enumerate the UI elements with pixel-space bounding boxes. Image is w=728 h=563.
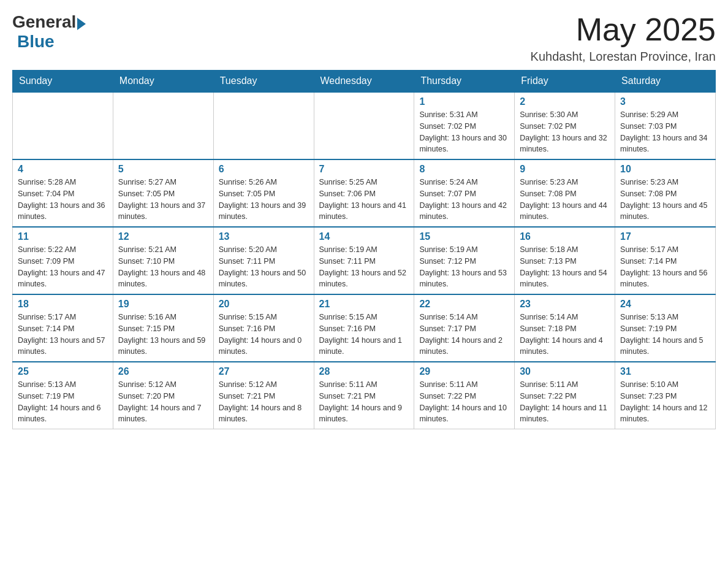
calendar-day-cell: 30Sunrise: 5:11 AM Sunset: 7:22 PM Dayli… [515,362,615,429]
calendar-day-cell [314,92,414,159]
day-number: 29 [419,366,509,377]
calendar-week-row: 11Sunrise: 5:22 AM Sunset: 7:09 PM Dayli… [13,227,716,294]
day-info: Sunrise: 5:19 AM Sunset: 7:11 PM Dayligh… [319,244,409,290]
day-number: 24 [620,299,710,310]
day-info: Sunrise: 5:14 AM Sunset: 7:17 PM Dayligh… [419,312,509,358]
calendar-day-cell: 4Sunrise: 5:28 AM Sunset: 7:04 PM Daylig… [13,159,113,227]
day-info: Sunrise: 5:11 AM Sunset: 7:22 PM Dayligh… [419,379,509,425]
calendar-day-header: Thursday [414,71,515,93]
calendar-day-cell: 18Sunrise: 5:17 AM Sunset: 7:14 PM Dayli… [13,294,113,362]
calendar-day-cell: 29Sunrise: 5:11 AM Sunset: 7:22 PM Dayli… [414,362,515,429]
calendar-week-row: 4Sunrise: 5:28 AM Sunset: 7:04 PM Daylig… [13,159,716,227]
calendar-day-header: Tuesday [213,71,314,93]
calendar-day-cell [213,92,314,159]
day-number: 27 [219,366,309,377]
calendar-day-cell: 22Sunrise: 5:14 AM Sunset: 7:17 PM Dayli… [414,294,515,362]
calendar-week-row: 18Sunrise: 5:17 AM Sunset: 7:14 PM Dayli… [13,294,716,362]
calendar-day-header: Sunday [13,71,113,93]
day-number: 26 [118,366,208,377]
day-info: Sunrise: 5:29 AM Sunset: 7:03 PM Dayligh… [620,109,710,155]
day-info: Sunrise: 5:16 AM Sunset: 7:15 PM Dayligh… [118,312,208,358]
day-number: 10 [620,164,710,175]
day-number: 2 [520,96,610,107]
day-number: 4 [18,164,108,175]
day-number: 5 [118,164,208,175]
day-number: 14 [319,231,409,242]
location-subtitle: Kuhdasht, Lorestan Province, Iran [531,50,716,64]
day-info: Sunrise: 5:23 AM Sunset: 7:08 PM Dayligh… [620,177,710,223]
day-number: 23 [520,299,610,310]
day-info: Sunrise: 5:26 AM Sunset: 7:05 PM Dayligh… [219,177,309,223]
day-number: 12 [118,231,208,242]
calendar-day-cell: 10Sunrise: 5:23 AM Sunset: 7:08 PM Dayli… [615,159,716,227]
calendar-week-row: 25Sunrise: 5:13 AM Sunset: 7:19 PM Dayli… [13,362,716,429]
calendar-day-cell: 1Sunrise: 5:31 AM Sunset: 7:02 PM Daylig… [414,92,515,159]
calendar-day-header: Monday [113,71,213,93]
day-info: Sunrise: 5:11 AM Sunset: 7:22 PM Dayligh… [520,379,610,425]
calendar-day-header: Wednesday [314,71,414,93]
day-number: 15 [419,231,509,242]
calendar-day-cell: 12Sunrise: 5:21 AM Sunset: 7:10 PM Dayli… [113,227,213,294]
calendar-day-cell: 11Sunrise: 5:22 AM Sunset: 7:09 PM Dayli… [13,227,113,294]
calendar-day-cell: 3Sunrise: 5:29 AM Sunset: 7:03 PM Daylig… [615,92,716,159]
day-info: Sunrise: 5:17 AM Sunset: 7:14 PM Dayligh… [18,312,108,358]
calendar-day-cell: 24Sunrise: 5:13 AM Sunset: 7:19 PM Dayli… [615,294,716,362]
day-info: Sunrise: 5:23 AM Sunset: 7:08 PM Dayligh… [520,177,610,223]
day-info: Sunrise: 5:13 AM Sunset: 7:19 PM Dayligh… [18,379,108,425]
day-info: Sunrise: 5:15 AM Sunset: 7:16 PM Dayligh… [219,312,309,358]
day-info: Sunrise: 5:18 AM Sunset: 7:13 PM Dayligh… [520,244,610,290]
calendar-day-cell [13,92,113,159]
calendar-day-cell [113,92,213,159]
logo-arrow-icon [77,18,86,30]
day-info: Sunrise: 5:28 AM Sunset: 7:04 PM Dayligh… [18,177,108,223]
logo-general-text: General [12,12,76,32]
day-number: 1 [419,96,509,107]
calendar-day-cell: 25Sunrise: 5:13 AM Sunset: 7:19 PM Dayli… [13,362,113,429]
day-number: 21 [319,299,409,310]
month-title: May 2025 [531,12,716,47]
calendar-day-cell: 27Sunrise: 5:12 AM Sunset: 7:21 PM Dayli… [213,362,314,429]
day-number: 16 [520,231,610,242]
day-number: 19 [118,299,208,310]
calendar-day-header: Friday [515,71,615,93]
day-info: Sunrise: 5:12 AM Sunset: 7:20 PM Dayligh… [118,379,208,425]
day-info: Sunrise: 5:17 AM Sunset: 7:14 PM Dayligh… [620,244,710,290]
day-info: Sunrise: 5:13 AM Sunset: 7:19 PM Dayligh… [620,312,710,358]
day-info: Sunrise: 5:21 AM Sunset: 7:10 PM Dayligh… [118,244,208,290]
day-number: 13 [219,231,309,242]
calendar-week-row: 1Sunrise: 5:31 AM Sunset: 7:02 PM Daylig… [13,92,716,159]
day-number: 8 [419,164,509,175]
calendar-day-cell: 31Sunrise: 5:10 AM Sunset: 7:23 PM Dayli… [615,362,716,429]
day-info: Sunrise: 5:15 AM Sunset: 7:16 PM Dayligh… [319,312,409,358]
calendar-day-header: Saturday [615,71,716,93]
page-header: General Blue May 2025 Kuhdasht, Lorestan… [12,12,716,64]
calendar-day-cell: 8Sunrise: 5:24 AM Sunset: 7:07 PM Daylig… [414,159,515,227]
day-number: 31 [620,366,710,377]
calendar-day-cell: 26Sunrise: 5:12 AM Sunset: 7:20 PM Dayli… [113,362,213,429]
logo: General Blue [12,12,86,52]
calendar-day-cell: 17Sunrise: 5:17 AM Sunset: 7:14 PM Dayli… [615,227,716,294]
calendar-day-cell: 15Sunrise: 5:19 AM Sunset: 7:12 PM Dayli… [414,227,515,294]
day-number: 30 [520,366,610,377]
calendar-table: SundayMondayTuesdayWednesdayThursdayFrid… [12,70,716,429]
calendar-day-cell: 6Sunrise: 5:26 AM Sunset: 7:05 PM Daylig… [213,159,314,227]
calendar-day-cell: 19Sunrise: 5:16 AM Sunset: 7:15 PM Dayli… [113,294,213,362]
day-info: Sunrise: 5:10 AM Sunset: 7:23 PM Dayligh… [620,379,710,425]
day-number: 22 [419,299,509,310]
calendar-day-cell: 13Sunrise: 5:20 AM Sunset: 7:11 PM Dayli… [213,227,314,294]
day-number: 18 [18,299,108,310]
day-number: 3 [620,96,710,107]
day-number: 11 [18,231,108,242]
day-info: Sunrise: 5:22 AM Sunset: 7:09 PM Dayligh… [18,244,108,290]
calendar-day-cell: 20Sunrise: 5:15 AM Sunset: 7:16 PM Dayli… [213,294,314,362]
title-area: May 2025 Kuhdasht, Lorestan Province, Ir… [531,12,716,64]
day-info: Sunrise: 5:27 AM Sunset: 7:05 PM Dayligh… [118,177,208,223]
logo-blue-text: Blue [17,32,55,51]
day-info: Sunrise: 5:19 AM Sunset: 7:12 PM Dayligh… [419,244,509,290]
calendar-day-cell: 5Sunrise: 5:27 AM Sunset: 7:05 PM Daylig… [113,159,213,227]
day-info: Sunrise: 5:25 AM Sunset: 7:06 PM Dayligh… [319,177,409,223]
day-number: 28 [319,366,409,377]
day-info: Sunrise: 5:14 AM Sunset: 7:18 PM Dayligh… [520,312,610,358]
calendar-day-cell: 16Sunrise: 5:18 AM Sunset: 7:13 PM Dayli… [515,227,615,294]
day-number: 7 [319,164,409,175]
